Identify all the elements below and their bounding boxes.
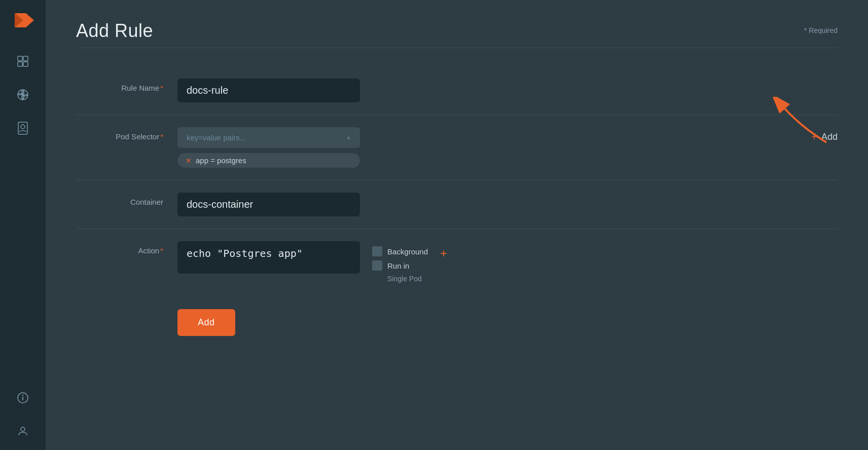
run-in-checkbox[interactable] — [372, 260, 382, 271]
rule-name-input[interactable] — [177, 79, 360, 102]
run-in-label[interactable]: Run in — [387, 261, 409, 270]
pod-selector-area: key=value pairs... + ✕ app = postgres — [177, 127, 838, 168]
action-label: Action* — [76, 241, 177, 255]
sidebar — [0, 0, 46, 450]
submit-area: Add — [76, 295, 838, 336]
action-required-star: * — [160, 246, 163, 255]
page-header: Add Rule * Required — [76, 20, 838, 42]
header-divider — [76, 48, 838, 48]
rule-name-row: Rule Name* — [76, 66, 838, 115]
svg-rect-4 — [18, 62, 22, 66]
add-button[interactable]: Add — [821, 132, 838, 142]
pod-selector-required-star: * — [160, 132, 163, 141]
rule-name-control — [177, 79, 838, 102]
background-row: Background — [372, 246, 428, 256]
pod-selector-label: Pod Selector* — [76, 127, 177, 141]
action-row-controls: echo "Postgres app" Background Run in Si… — [177, 241, 838, 283]
add-rule-form: Rule Name* Pod Selector* key=value pairs… — [76, 66, 838, 295]
svg-rect-3 — [23, 56, 28, 61]
checkbox-group: Background Run in Single Pod — [372, 241, 428, 283]
sidebar-item-network[interactable] — [13, 85, 32, 104]
pod-selector-row: Pod Selector* key=value pairs... + ✕ app… — [76, 115, 838, 180]
pod-tag: ✕ app = postgres — [177, 153, 360, 168]
pod-selector-placeholder: key=value pairs... — [187, 133, 246, 142]
action-control: echo "Postgres app" Background Run in Si… — [177, 241, 838, 283]
sidebar-item-policies[interactable] — [13, 119, 32, 138]
single-pod-label: Single Pod — [387, 275, 428, 283]
pod-selector-plus-icon[interactable]: + — [346, 133, 351, 142]
svg-rect-2 — [18, 56, 22, 61]
sidebar-item-dashboard[interactable] — [13, 52, 32, 71]
rule-name-label: Rule Name* — [76, 79, 177, 92]
required-note: * Required — [804, 20, 838, 34]
container-input[interactable] — [177, 193, 360, 216]
container-control — [177, 193, 838, 216]
right-add-wrapper: + Add — [811, 127, 838, 143]
action-row: Action* echo "Postgres app" Background R… — [76, 229, 838, 295]
sidebar-item-info[interactable] — [13, 388, 32, 407]
rule-name-required-star: * — [160, 84, 163, 92]
container-row: Container — [76, 180, 838, 229]
pod-selector-input[interactable]: key=value pairs... + — [177, 127, 360, 148]
submit-button[interactable]: Add — [177, 309, 235, 336]
sidebar-item-user[interactable] — [13, 422, 32, 441]
svg-rect-9 — [18, 122, 27, 134]
run-in-row: Run in — [372, 260, 428, 271]
page-title: Add Rule — [76, 20, 153, 42]
pod-selector-col: key=value pairs... + ✕ app = postgres — [177, 127, 360, 168]
background-label[interactable]: Background — [387, 247, 428, 256]
svg-rect-5 — [23, 62, 28, 66]
svg-point-14 — [21, 427, 25, 431]
pod-tag-value: app = postgres — [196, 156, 246, 165]
pod-tag-remove[interactable]: ✕ — [186, 157, 192, 165]
svg-point-10 — [21, 125, 25, 129]
add-plus-icon: + — [811, 131, 817, 143]
main-content: Add Rule * Required Rule Name* Pod Selec… — [46, 0, 868, 450]
action-add-icon[interactable]: + — [440, 241, 447, 260]
action-input[interactable]: echo "Postgres app" — [177, 241, 360, 274]
app-logo[interactable] — [12, 9, 34, 31]
container-label: Container — [76, 193, 177, 206]
background-checkbox[interactable] — [372, 246, 382, 256]
svg-point-13 — [22, 395, 23, 396]
